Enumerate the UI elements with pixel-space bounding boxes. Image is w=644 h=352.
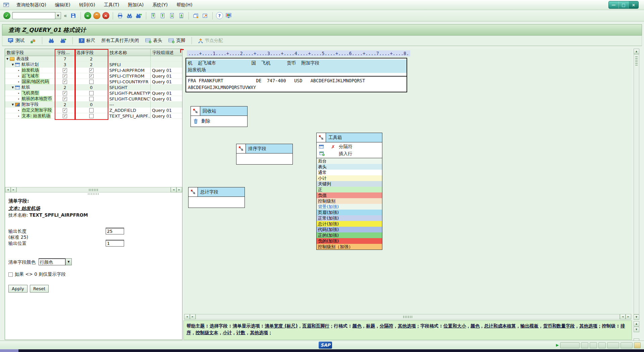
technical-name-cell[interactable]: SPFLI-AIRPFROM (108, 68, 151, 73)
status-expand-icon[interactable]: ▶ (556, 343, 559, 347)
footer-button[interactable]: 页脚 (167, 37, 187, 44)
select-checkbox-cell[interactable] (75, 107, 108, 113)
enter-icon[interactable]: ✓ (3, 12, 10, 19)
scrollbar-track[interactable] (16, 187, 171, 192)
menu-item[interactable]: 系统(Y) (148, 1, 172, 9)
color-style-item[interactable]: 关键列 (317, 181, 382, 187)
toggle-all-tools-button[interactable]: 所有工具打开/关闭 (100, 37, 141, 44)
color-style-item[interactable]: 页眉(加强) (317, 210, 382, 215)
menu-item[interactable]: 帮助(H) (172, 1, 197, 9)
scroll-left-icon[interactable]: ◄ (5, 187, 11, 192)
checkbox-icon[interactable] (89, 91, 94, 95)
help-icon[interactable]: ? (216, 12, 223, 19)
checkbox-icon[interactable]: ✓ (63, 80, 67, 84)
exit-icon[interactable]: ^ (93, 12, 100, 19)
column-header-data-fields[interactable]: 数据字段 (5, 49, 55, 56)
color-style-item[interactable]: 正的(加强) (317, 232, 382, 238)
total-fields-drop-area[interactable] (189, 197, 245, 208)
scrollbar-grip[interactable] (403, 316, 413, 318)
find-icon[interactable] (126, 12, 133, 19)
select-checkbox-cell[interactable]: 2 (75, 62, 108, 67)
technical-name-cell[interactable]: SPFLI-CITYFROM (108, 73, 151, 79)
color-style-item[interactable]: 通常 (317, 170, 382, 175)
field-name-cell[interactable]: ▼航班计划 (5, 62, 55, 67)
technical-name-cell[interactable]: Z_ADDFIELD (108, 107, 151, 113)
field-group-desc-cell[interactable] (151, 62, 182, 67)
color-style-item[interactable]: 控制级别（加强） (317, 244, 382, 250)
separator-tool[interactable]: ✗ 分隔符 (317, 143, 382, 150)
technical-name-cell[interactable]: SFLIGHT-CURRENCY (108, 96, 151, 101)
find-next-button[interactable] (59, 37, 68, 44)
help-link[interactable]: 颜色 (471, 323, 480, 328)
scroll-left-icon[interactable]: ◄ (620, 314, 626, 319)
field-name-cell[interactable]: ·始发机场 (5, 68, 55, 73)
field-name-cell[interactable]: ▼附加字段 (5, 102, 55, 107)
checkbox-icon[interactable] (89, 80, 94, 84)
select-checkbox-cell[interactable] (75, 113, 108, 119)
field-table-row[interactable]: ▼航班计划32SPFLI (5, 62, 182, 68)
field-group-desc-cell[interactable]: Query 01 (151, 79, 182, 84)
scrollbar-grip[interactable] (89, 189, 98, 191)
color-style-item[interactable]: 背景(加强) (317, 204, 382, 210)
customize-layout-icon[interactable] (225, 12, 232, 19)
scrollbar-track[interactable] (196, 314, 620, 319)
save-icon[interactable] (70, 12, 77, 19)
collapse-command-icon[interactable]: « (63, 12, 68, 19)
column-header-field[interactable]: 字段... (55, 49, 75, 56)
find-next-icon[interactable] (135, 12, 143, 19)
field-checkbox-cell[interactable]: ✓ (55, 107, 75, 113)
scroll-right-icon[interactable]: ► (176, 187, 182, 192)
menu-item[interactable]: 编辑(E) (51, 1, 75, 9)
display-options-button[interactable] (29, 38, 37, 44)
select-checkbox-cell[interactable] (75, 79, 108, 84)
field-table-row[interactable]: ·自定义附加字段✓Z_ADDFIELDQuery 01 (5, 107, 182, 113)
field-name-cell[interactable]: ·起飞城市 (5, 73, 55, 79)
field-checkbox-cell[interactable]: 2 (55, 85, 75, 90)
color-style-item[interactable]: 控制级别 (317, 198, 382, 204)
field-name-cell[interactable]: ·文本: 始发机场 (5, 113, 55, 119)
field-name-cell[interactable]: ·飞机类型 (5, 90, 55, 96)
menu-item[interactable]: 转到(G) (75, 1, 100, 9)
menu-item[interactable]: 查询绘制器(Q) (12, 1, 51, 9)
help-link[interactable]: 小计 (223, 330, 232, 335)
help-link[interactable]: 清单宽度 (标尺) (265, 323, 298, 328)
field-group-desc-cell[interactable] (151, 85, 182, 90)
help-link[interactable]: 其他选项 (579, 323, 597, 328)
checkbox-icon[interactable]: ✓ (63, 91, 67, 95)
total-fields-title[interactable]: 总计字段 (198, 187, 245, 196)
select-checkbox-cell[interactable]: 0 (75, 102, 108, 107)
checkbox-icon[interactable]: ✓ (63, 114, 67, 118)
color-style-item[interactable]: 负值 (317, 192, 382, 198)
back-icon[interactable]: « (84, 12, 91, 19)
scroll-right-icon[interactable]: ► (11, 187, 16, 192)
field-checkbox-cell[interactable]: ✓ (55, 113, 75, 119)
field-table-row[interactable]: ·飞机类型✓SFLIGHT-PLANETYPEQuery 01 (5, 90, 182, 96)
recycle-delete-row[interactable]: 删除 (191, 116, 247, 127)
field-checkbox-cell[interactable]: ✓ (55, 73, 75, 79)
checkbox-icon[interactable]: ✓ (63, 74, 67, 78)
first-page-icon[interactable] (150, 12, 157, 19)
field-name-cell[interactable]: ·航班的本地货币 (5, 96, 55, 101)
select-checkbox-cell[interactable]: 0 (75, 85, 108, 90)
color-style-item[interactable]: 代码(加强) (317, 227, 382, 232)
field-checkbox-cell[interactable]: ✓ (55, 68, 75, 73)
menu-item[interactable]: 工具(T) (100, 1, 124, 9)
select-checkbox-cell[interactable] (75, 90, 108, 96)
menu-item[interactable]: 附加(A) (124, 1, 148, 9)
technical-name-cell[interactable] (108, 56, 151, 61)
color-dropdown-value[interactable]: 行颜色 (39, 258, 65, 265)
field-name-cell[interactable]: ·国家/地区代码 (5, 79, 55, 84)
field-checkbox-cell[interactable]: 3 (55, 62, 75, 67)
help-link[interactable]: 计数 (236, 330, 246, 335)
apply-button[interactable]: Apply (8, 285, 28, 293)
reset-button[interactable]: Reset (30, 285, 49, 293)
find-button[interactable] (47, 37, 56, 44)
splitter-grip[interactable] (88, 193, 99, 195)
print-icon[interactable] (116, 12, 124, 19)
help-link[interactable]: 其他选项 (250, 330, 268, 335)
scroll-down-icon[interactable]: ▼ (634, 314, 639, 320)
sort-fields-drop-area[interactable] (236, 153, 292, 164)
color-style-item[interactable]: 正常(加强) (317, 215, 382, 221)
scroll-left-icon[interactable]: ◄ (171, 187, 176, 192)
scrollbar-track[interactable] (634, 54, 639, 314)
